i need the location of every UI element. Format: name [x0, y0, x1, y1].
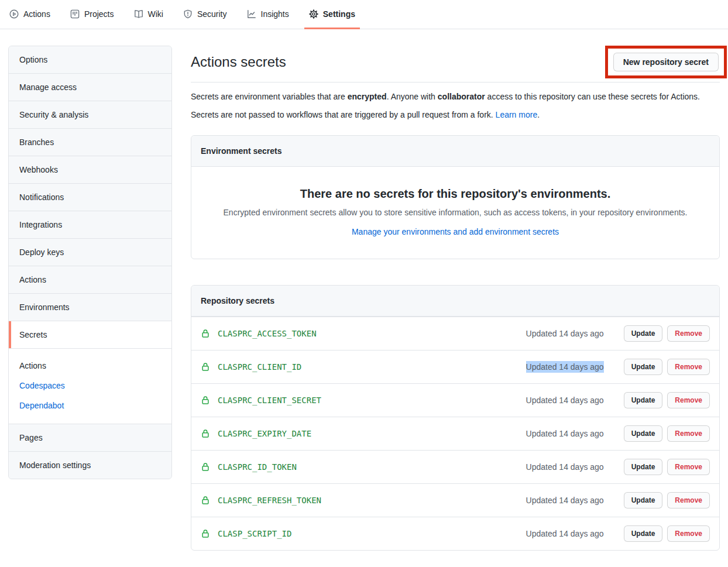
- manage-environments-link[interactable]: Manage your environments and add environ…: [352, 227, 559, 236]
- secret-name: CLASPRC_EXPIRY_DATE: [218, 428, 311, 439]
- secret-name: CLASPRC_REFRESH_TOKEN: [218, 494, 321, 506]
- environment-secrets-header: Environment secrets: [191, 136, 719, 167]
- secret-row: CLASPRC_REFRESH_TOKEN Updated 14 days ag…: [191, 483, 719, 517]
- sidebar-item-security-analysis[interactable]: Security & analysis: [9, 101, 171, 128]
- intro-text: Secrets are not passed to workflows that…: [191, 110, 496, 119]
- red-annotation-box: New repository secret: [605, 46, 727, 78]
- update-button[interactable]: Update: [624, 359, 663, 375]
- lock-icon: [201, 329, 210, 338]
- empty-state-title: There are no secrets for this repository…: [215, 187, 696, 201]
- tab-actions[interactable]: Actions: [5, 0, 55, 29]
- sidebar-item-notifications[interactable]: Notifications: [9, 183, 171, 211]
- sidebar-item-branches[interactable]: Branches: [9, 128, 171, 156]
- secret-row: CLASP_SCRIPT_ID Updated 14 days ago Upda…: [191, 517, 719, 550]
- secret-row: CLASPRC_CLIENT_ID Updated 14 days ago Up…: [191, 350, 719, 383]
- tab-label: Actions: [23, 9, 50, 19]
- learn-more-link[interactable]: Learn more: [496, 110, 538, 119]
- sidebar-item-options[interactable]: Options: [9, 46, 171, 73]
- tab-label: Projects: [84, 9, 114, 19]
- intro-text: Secrets are environment variables that a…: [191, 92, 348, 101]
- repository-secrets-box: Repository secrets CLASPRC_ACCESS_TOKEN …: [191, 285, 720, 551]
- updated-timestamp: Updated 14 days ago: [526, 328, 604, 339]
- tab-label: Security: [197, 9, 227, 19]
- book-icon: [134, 9, 143, 19]
- secret-row: CLASPRC_CLIENT_SECRET Updated 14 days ag…: [191, 383, 719, 417]
- sidebar-item-integrations[interactable]: Integrations: [9, 211, 171, 238]
- secret-name: CLASP_SCRIPT_ID: [218, 528, 291, 539]
- secret-name: CLASPRC_ACCESS_TOKEN: [218, 328, 317, 339]
- repository-secrets-header: Repository secrets: [191, 286, 719, 317]
- new-repository-secret-button[interactable]: New repository secret: [613, 53, 719, 71]
- secret-name: CLASPRC_CLIENT_ID: [218, 361, 301, 373]
- tab-label: Settings: [323, 9, 355, 19]
- gear-icon: [309, 9, 318, 19]
- tab-label: Insights: [261, 9, 289, 19]
- tab-settings[interactable]: Settings: [304, 0, 360, 29]
- graph-icon: [247, 9, 256, 19]
- secret-name: CLASPRC_CLIENT_SECRET: [218, 394, 321, 406]
- sidebar-item-webhooks[interactable]: Webhooks: [9, 156, 171, 183]
- subnav-item-dependabot[interactable]: Dependabot: [19, 396, 161, 415]
- update-button[interactable]: Update: [624, 325, 663, 342]
- subnav-item-codespaces[interactable]: Codespaces: [19, 376, 161, 396]
- secret-row: CLASPRC_EXPIRY_DATE Updated 14 days ago …: [191, 417, 719, 450]
- shield-icon: [183, 9, 193, 19]
- secrets-intro: Secrets are environment variables that a…: [191, 91, 720, 121]
- secret-row: CLASPRC_ID_TOKEN Updated 14 days ago Upd…: [191, 450, 719, 483]
- secret-row: CLASPRC_ACCESS_TOKEN Updated 14 days ago…: [191, 317, 719, 350]
- remove-button[interactable]: Remove: [667, 525, 710, 542]
- update-button[interactable]: Update: [624, 492, 663, 508]
- remove-button[interactable]: Remove: [667, 459, 710, 475]
- updated-timestamp: Updated 14 days ago: [526, 494, 604, 506]
- tab-projects[interactable]: Projects: [66, 0, 119, 29]
- sidebar-item-pages[interactable]: Pages: [9, 424, 171, 451]
- play-icon: [9, 9, 19, 19]
- sidebar-item-environments[interactable]: Environments: [9, 293, 171, 321]
- secrets-subnav: Actions Codespaces Dependabot: [9, 348, 171, 424]
- lock-icon: [201, 462, 210, 472]
- remove-button[interactable]: Remove: [667, 359, 710, 375]
- intro-paragraph-2: Secrets are not passed to workflows that…: [191, 109, 720, 121]
- updated-timestamp-selected: Updated 14 days ago: [526, 361, 604, 373]
- tab-wiki[interactable]: Wiki: [129, 0, 168, 29]
- remove-button[interactable]: Remove: [667, 492, 710, 508]
- environment-secrets-box: Environment secrets There are no secrets…: [191, 135, 720, 259]
- remove-button[interactable]: Remove: [667, 325, 710, 342]
- update-button[interactable]: Update: [624, 525, 663, 542]
- actions-secrets-main: Actions secrets New repository secret Se…: [191, 46, 720, 551]
- intro-text: .: [537, 110, 540, 119]
- lock-icon: [201, 496, 210, 505]
- main-header: Actions secrets New repository secret: [191, 46, 720, 83]
- settings-sidebar: Options Manage access Security & analysi…: [8, 46, 172, 479]
- remove-button[interactable]: Remove: [667, 392, 710, 408]
- tab-security[interactable]: Security: [178, 0, 232, 29]
- sidebar-item-manage-access[interactable]: Manage access: [9, 73, 171, 101]
- project-icon: [70, 9, 80, 19]
- updated-timestamp: Updated 14 days ago: [526, 461, 604, 473]
- update-button[interactable]: Update: [624, 425, 663, 442]
- lock-icon: [201, 362, 210, 372]
- subnav-item-actions[interactable]: Actions: [19, 356, 161, 376]
- sidebar-item-actions[interactable]: Actions: [9, 266, 171, 293]
- empty-state-description: Encrypted environment secrets allow you …: [215, 207, 696, 219]
- update-button[interactable]: Update: [624, 392, 663, 408]
- remove-button[interactable]: Remove: [667, 425, 710, 442]
- intro-text: . Anyone with: [387, 92, 438, 101]
- tab-insights[interactable]: Insights: [242, 0, 294, 29]
- settings-page: Options Manage access Security & analysi…: [0, 29, 728, 551]
- intro-text: access to this repository can use these …: [485, 92, 700, 101]
- intro-bold-collaborator: collaborator: [438, 92, 485, 101]
- sidebar-item-moderation-settings[interactable]: Moderation settings: [9, 451, 171, 479]
- updated-timestamp: Updated 14 days ago: [526, 428, 604, 439]
- lock-icon: [201, 529, 210, 538]
- secret-name: CLASPRC_ID_TOKEN: [218, 461, 297, 473]
- page-title: Actions secrets: [191, 53, 286, 71]
- intro-bold-encrypted: encrypted: [348, 92, 387, 101]
- sidebar-item-secrets[interactable]: Secrets: [9, 321, 171, 348]
- intro-paragraph-1: Secrets are environment variables that a…: [191, 91, 720, 103]
- lock-icon: [201, 396, 210, 405]
- tab-label: Wiki: [148, 9, 163, 19]
- repo-nav: Actions Projects Wiki Security Insights …: [0, 0, 728, 29]
- update-button[interactable]: Update: [624, 459, 663, 475]
- sidebar-item-deploy-keys[interactable]: Deploy keys: [9, 238, 171, 266]
